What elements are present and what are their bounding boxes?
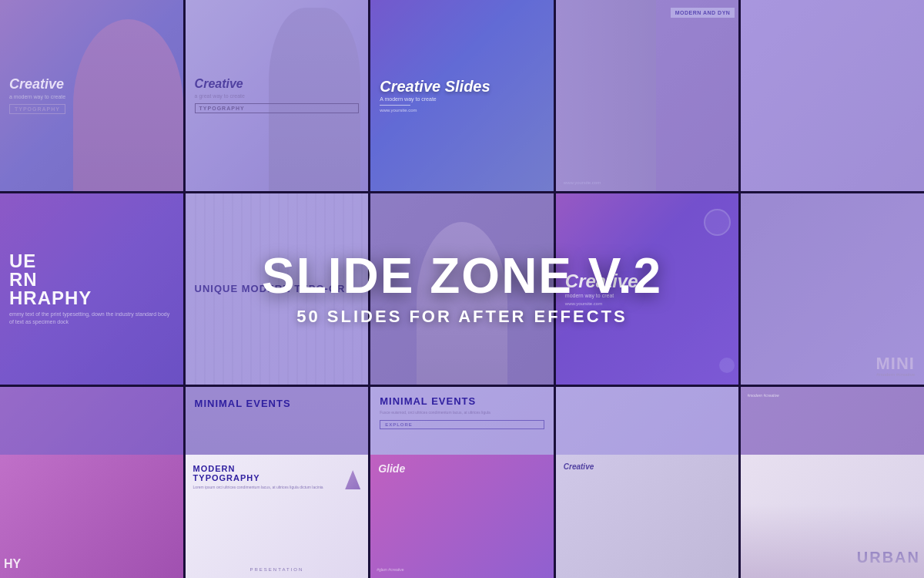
- slide-title: MODERN AND DYN: [671, 8, 735, 18]
- slide-title: MINIMAL EVENTS: [380, 396, 544, 407]
- slide-subtitle: a modern way to create: [9, 94, 174, 99]
- slide-thumb: MODERN AND DYN www.yoursite.com: [556, 0, 739, 191]
- slide-subtitle: a great way to create: [195, 93, 360, 99]
- slide-badge: TYPOGRAPHY: [195, 103, 360, 113]
- slides-grid: Creative a modern way to create TYPOGRAP…: [0, 0, 924, 578]
- slide-thumb: MINIMAL EVENTS Fusce euismod, orci ultri…: [556, 387, 739, 578]
- slide-thumb: UERNHRAPHY emmy text of the print typese…: [0, 193, 183, 385]
- slide-url: www.yoursite.com: [380, 108, 544, 113]
- slide-title: MINIMAL EVENTS: [195, 398, 360, 409]
- slide-thumb: MINI #modern #creative: [741, 193, 924, 385]
- slide-thumb: Creative a modern way to create TYPOGRAP…: [0, 0, 183, 191]
- slide-title: UERNHRAPHY: [9, 252, 174, 307]
- slide-thumb: MINIMAL EVENTS SUPER CLASSIC BLEND: [186, 387, 369, 578]
- slide-thumb: Creative Slides A modern way to create w…: [370, 0, 554, 191]
- slide-title: Creative: [565, 272, 730, 291]
- slide-bottom-label: SUPER CLASSIC BLEND: [303, 567, 362, 572]
- slide-thumb: UNIQUE MODERN TYPO-GR: [186, 193, 369, 385]
- slide-title: Creative Slides: [380, 79, 544, 94]
- slide-title: Creative: [9, 77, 174, 91]
- slide-thumb: [741, 0, 924, 191]
- slide-title: MINIMAL EVENTS: [565, 466, 730, 477]
- slide-body: emmy text of the print typesetting, down…: [9, 311, 174, 326]
- slide-thumb: IMALENTS HY: [0, 387, 183, 578]
- slide-badge: TYPOGRAPHY: [9, 104, 65, 114]
- slide-subtitle: modern way to creat: [565, 293, 730, 298]
- slide-title: MINI: [876, 355, 915, 372]
- slide-url: www.yoursite.com: [565, 301, 730, 306]
- slide-thumb: [370, 193, 554, 385]
- slide-title: UNIQUE MODERN TYPO-GR: [195, 284, 360, 294]
- hashtag-text: #modern #creative: [747, 393, 778, 398]
- slide-subtitle: A modern way to create: [380, 96, 544, 102]
- main-container: Creative a modern way to create TYPOGRAP…: [0, 0, 924, 578]
- explore-button[interactable]: EXPLORE: [565, 489, 730, 499]
- slide-thumb: #modern #creative: [741, 387, 924, 578]
- slide-title: Creative: [195, 78, 360, 90]
- slide-thumb: Creative modern way to creat www.yoursit…: [556, 193, 739, 385]
- slide-body: Fusce euismod, orci ultrices condimentum…: [565, 480, 730, 486]
- slide-thumb: Creative a great way to create TYPOGRAPH…: [186, 0, 369, 191]
- slide-thumb: MINIMAL EVENTS Fusce euismod, orci ultri…: [370, 387, 554, 578]
- slide-body: Fusce euismod, orci ultrices condimentum…: [380, 410, 544, 416]
- slide-bottom: www.yoursite.com: [564, 180, 601, 185]
- explore-button[interactable]: EXPLORE: [380, 420, 544, 429]
